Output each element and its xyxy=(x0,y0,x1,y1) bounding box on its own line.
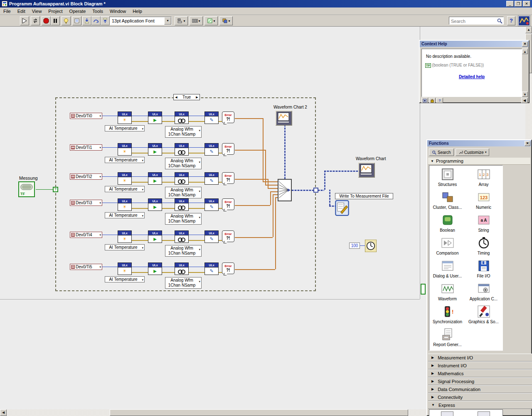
waveform-chart-terminal[interactable] xyxy=(358,163,375,178)
read-mode-selector[interactable]: Analog Wfm 1Chan NSamp ▾ xyxy=(165,213,202,225)
scroll-up-icon[interactable]: ▲ xyxy=(522,49,528,54)
reorder-objects-dropdown[interactable]: ▾ xyxy=(219,16,233,25)
channel-type-selector[interactable]: AI Temperature ▾ xyxy=(105,244,145,250)
ulx-start-task-node[interactable]: ULx ▶ xyxy=(148,172,162,185)
chevron-down-icon[interactable]: ▾ xyxy=(99,233,101,237)
palette-item-comparison[interactable]: Comparison xyxy=(429,235,466,258)
menu-view[interactable]: View xyxy=(29,8,45,15)
functions-palette-titlebar[interactable]: Functions ✕ xyxy=(427,140,531,146)
error-dialog-node[interactable]: Error ?! xyxy=(222,198,234,210)
ulx-clear-task-node[interactable]: ULx ✎ xyxy=(204,198,219,211)
channel-type-selector[interactable]: AI Temperature ▾ xyxy=(105,212,145,218)
context-help-titlebar[interactable]: Context Help ✕ xyxy=(420,41,529,47)
device-channel-constant[interactable]: Dev0/Ti4 ▾ xyxy=(70,232,102,238)
palette-search-button[interactable]: Search xyxy=(429,149,454,156)
channel-type-selector[interactable]: AI Temperature ▾ xyxy=(105,157,145,163)
ulx-read-node[interactable]: ULx xyxy=(175,111,189,124)
step-out-button[interactable] xyxy=(101,16,110,25)
menu-project[interactable]: Project xyxy=(45,8,66,15)
ulx-read-node[interactable]: ULx xyxy=(175,143,189,156)
error-dialog-node[interactable]: Error ?! xyxy=(222,111,234,123)
maximize-icon[interactable]: ❐ xyxy=(515,1,522,7)
structure-tunnel[interactable] xyxy=(313,188,318,193)
palette-item-timing[interactable]: Timing xyxy=(466,235,502,258)
chevron-down-icon[interactable]: ▾ xyxy=(99,201,101,205)
title-bar[interactable]: Programm Auftauapparat.vi Block Diagram … xyxy=(0,0,532,7)
device-channel-constant[interactable]: Dev0/Ti0 ▾ xyxy=(70,113,102,119)
chevron-down-icon[interactable]: ▾ xyxy=(199,128,200,133)
chevron-down-icon[interactable]: ▾ xyxy=(199,160,200,165)
scroll-left-icon[interactable]: ◀ xyxy=(0,409,7,416)
abort-button[interactable] xyxy=(42,16,51,25)
error-dialog-node[interactable]: Error ?! xyxy=(222,172,234,184)
error-dialog-node[interactable]: Error ?! xyxy=(222,262,234,274)
channel-type-selector[interactable]: AI Temperature ▾ xyxy=(105,125,145,131)
show-terminals-icon[interactable] xyxy=(421,98,428,103)
palette-item-structures[interactable]: Structures xyxy=(429,167,466,190)
case-next-icon[interactable]: ▶ xyxy=(195,96,200,99)
menu-file[interactable]: File xyxy=(0,8,14,15)
resize-objects-dropdown[interactable]: ▾ xyxy=(204,16,218,25)
horizontal-scroll-thumb[interactable] xyxy=(110,409,408,416)
palette-item-graphics-so[interactable]: Graphics & So... xyxy=(466,304,502,327)
run-button[interactable] xyxy=(20,16,29,25)
chevron-down-icon[interactable]: ▾ xyxy=(99,265,101,269)
palette-category-instrument-i-o[interactable]: ▶Instrument I/O xyxy=(428,362,532,369)
read-mode-selector[interactable]: Analog Wfm 1Chan NSamp ▾ xyxy=(165,126,202,138)
chevron-down-icon[interactable]: ▾ xyxy=(142,188,143,191)
retain-wire-values-button[interactable] xyxy=(72,16,81,25)
wait-ms-node[interactable] xyxy=(365,240,377,252)
ulx-start-task-node[interactable]: ULx ▶ xyxy=(148,198,162,211)
ms-constant[interactable]: 100 xyxy=(349,243,360,249)
palette-category-measurement-i-o[interactable]: ▶Measurement I/O xyxy=(428,354,532,362)
menu-tools[interactable]: Tools xyxy=(89,8,106,15)
close-icon[interactable]: ✕ xyxy=(525,141,530,146)
palette-item-array[interactable]: 123Array xyxy=(466,167,502,190)
ulx-read-node[interactable]: ULx xyxy=(175,262,189,275)
palette-item-boolean[interactable]: Boolean xyxy=(429,213,466,235)
read-mode-selector[interactable]: Analog Wfm 1Chan NSamp ▾ xyxy=(165,187,202,198)
menu-help[interactable]: Help xyxy=(129,8,145,15)
close-icon[interactable]: ✕ xyxy=(523,1,530,7)
chevron-down-icon[interactable]: ▾ xyxy=(142,278,143,282)
read-mode-selector[interactable]: Analog Wfm 1Chan NSamp ▾ xyxy=(165,245,202,257)
pause-button[interactable] xyxy=(51,16,60,25)
chevron-down-icon[interactable]: ▾ xyxy=(199,215,200,220)
ulx-start-task-node[interactable]: ULx ▶ xyxy=(148,111,162,124)
step-into-button[interactable] xyxy=(82,16,91,25)
chevron-down-icon[interactable]: ▾ xyxy=(142,127,143,131)
ulx-clear-task-node[interactable]: ULx ✎ xyxy=(204,143,219,156)
case-selector[interactable]: ◀ True ▶ xyxy=(173,94,200,100)
search-input[interactable] xyxy=(449,18,494,25)
palette-category-express[interactable]: ▼Express xyxy=(428,401,532,409)
ulx-clear-task-node[interactable]: ULx ✎ xyxy=(204,111,219,124)
device-channel-constant[interactable]: Dev0/Ti5 ▾ xyxy=(70,264,102,270)
ulx-start-task-node[interactable]: ULx ▶ xyxy=(148,230,162,243)
ulx-start-task-node[interactable]: ULx ▶ xyxy=(148,143,162,156)
palette-item-file-i-o[interactable]: File I/O xyxy=(466,258,502,281)
ulx-create-channel-node[interactable]: ULx ☀ xyxy=(118,262,132,275)
ulx-create-channel-node[interactable]: ULx ☀ xyxy=(118,198,132,211)
case-prev-icon[interactable]: ◀ xyxy=(174,96,179,99)
lock-help-icon[interactable] xyxy=(429,98,436,103)
ulx-create-channel-node[interactable]: ULx ☀ xyxy=(118,111,132,124)
error-dialog-node[interactable]: Error ?! xyxy=(222,230,234,242)
messung-boolean-terminal[interactable]: TF xyxy=(18,181,35,197)
ulx-start-task-node[interactable]: ULx ▶ xyxy=(148,262,162,275)
channel-type-selector[interactable]: AI Temperature ▾ xyxy=(105,186,145,192)
palette-category-mathematics[interactable]: ▶Mathematics xyxy=(428,369,532,377)
context-help-scrollbar[interactable]: ▲ ▼ xyxy=(522,49,528,97)
scroll-up-icon[interactable]: ▲ xyxy=(525,27,532,33)
palette-item-cluster-class[interactable]: Cluster, Class... xyxy=(429,190,466,213)
step-over-button[interactable] xyxy=(91,16,101,25)
channel-type-selector[interactable]: AI Temperature ▾ xyxy=(105,276,145,282)
chevron-down-icon[interactable]: ▾ xyxy=(142,159,143,162)
font-selector[interactable]: 13pt Application Font ▾ xyxy=(109,17,172,25)
ulx-clear-task-node[interactable]: ULx ✎ xyxy=(204,230,219,243)
ulx-read-node[interactable]: ULx xyxy=(175,198,189,211)
waveform-chart2-terminal[interactable] xyxy=(276,111,292,126)
close-icon[interactable]: ✕ xyxy=(522,42,528,47)
ulx-clear-task-node[interactable]: ULx ✎ xyxy=(204,262,219,275)
highlight-execution-button[interactable] xyxy=(62,16,71,25)
chevron-down-icon[interactable]: ▾ xyxy=(142,214,143,218)
